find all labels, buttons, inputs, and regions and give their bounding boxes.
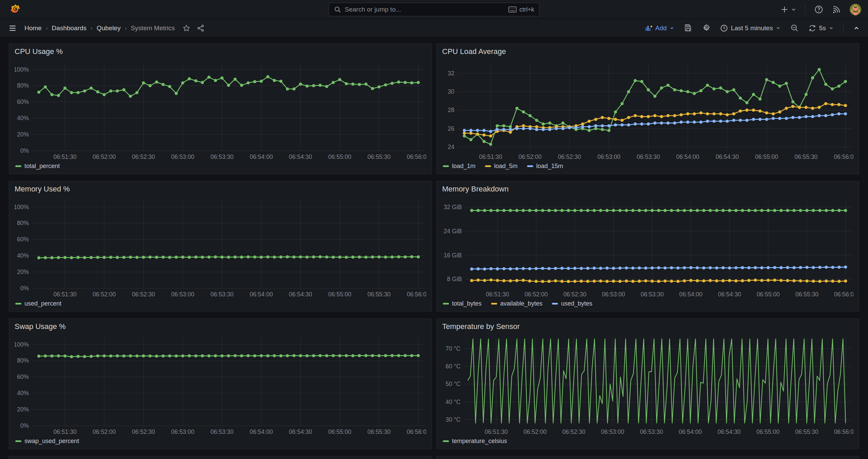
help-button[interactable] xyxy=(814,5,823,14)
collapse-icon[interactable] xyxy=(853,25,860,32)
cpu-load-chart[interactable]: 242628303206:51:3006:52:0006:52:3006:53:… xyxy=(442,59,853,161)
swap-usage-chart[interactable]: 0%20%40%60%80%100%06:51:3006:52:0006:52:… xyxy=(15,334,426,436)
new-menu-button[interactable] xyxy=(780,5,796,14)
chevron-down-icon xyxy=(829,25,834,31)
svg-text:06:53:00: 06:53:00 xyxy=(171,291,194,298)
svg-text:06:51:30: 06:51:30 xyxy=(486,291,509,298)
legend-item[interactable]: load_5m xyxy=(485,163,518,170)
svg-text:28: 28 xyxy=(448,107,454,113)
svg-text:06:53:30: 06:53:30 xyxy=(211,153,234,160)
svg-text:06:52:00: 06:52:00 xyxy=(93,291,116,298)
breadcrumb: Home › Dashboards › Qubeley › System Met… xyxy=(24,24,205,32)
legend-label: swap_used_percent xyxy=(24,438,79,445)
svg-text:40 °C: 40 °C xyxy=(446,399,460,405)
legend-item[interactable]: load_1m xyxy=(443,163,475,170)
svg-text:06:54:30: 06:54:30 xyxy=(718,428,741,435)
svg-text:06:53:30: 06:53:30 xyxy=(211,291,234,298)
refresh-picker[interactable]: 5s xyxy=(808,24,834,32)
breadcrumb-home[interactable]: Home xyxy=(24,24,42,32)
svg-text:06:54:30: 06:54:30 xyxy=(289,153,312,160)
menu-icon[interactable] xyxy=(8,24,17,33)
legend-label: load_15m xyxy=(536,163,563,170)
legend-label: available_bytes xyxy=(500,300,542,307)
svg-text:20%: 20% xyxy=(17,406,29,413)
legend-swatch xyxy=(485,165,491,167)
legend-swatch xyxy=(552,303,558,305)
svg-text:06:54:30: 06:54:30 xyxy=(718,291,741,298)
grafana-logo[interactable] xyxy=(9,3,21,16)
cpu-usage-chart[interactable]: 0%20%40%60%80%100%06:51:3006:52:0006:52:… xyxy=(15,59,426,161)
legend-item[interactable]: available_bytes xyxy=(491,300,542,307)
share-icon[interactable] xyxy=(197,24,205,32)
top-nav: ctrl+k xyxy=(0,0,868,19)
svg-text:8 GiB: 8 GiB xyxy=(447,276,462,282)
legend-swatch xyxy=(15,303,21,305)
svg-text:06:56:00: 06:56:00 xyxy=(834,291,853,298)
legend-item[interactable]: total_bytes xyxy=(443,300,482,307)
panel-title[interactable]: Memory Used % xyxy=(15,185,426,197)
svg-text:06:52:30: 06:52:30 xyxy=(558,153,581,160)
memory-breakdown-chart[interactable]: 8 GiB16 GiB24 GiB32 GiB06:51:3006:52:000… xyxy=(442,197,853,298)
svg-text:40%: 40% xyxy=(17,390,29,397)
memory-used-chart[interactable]: 0%20%40%60%80%100%06:51:3006:52:0006:52:… xyxy=(15,197,426,298)
svg-text:60%: 60% xyxy=(17,236,29,243)
legend-item[interactable]: temperature_celsius xyxy=(443,438,507,445)
panel-title[interactable]: Swap Usage % xyxy=(15,322,426,334)
legend-item[interactable]: used_bytes xyxy=(552,300,592,307)
settings-icon[interactable] xyxy=(702,24,710,32)
svg-text:06:55:00: 06:55:00 xyxy=(756,428,779,435)
svg-text:40%: 40% xyxy=(17,115,29,122)
svg-text:24 GiB: 24 GiB xyxy=(444,228,462,235)
svg-text:26: 26 xyxy=(448,125,454,132)
svg-text:06:51:30: 06:51:30 xyxy=(53,428,76,435)
svg-text:100%: 100% xyxy=(15,341,29,348)
svg-text:70 °C: 70 °C xyxy=(446,345,460,352)
breadcrumb-folder[interactable]: Qubeley xyxy=(96,24,121,32)
panel-legend: temperature_celsius xyxy=(442,436,853,446)
svg-text:06:52:30: 06:52:30 xyxy=(132,291,155,298)
news-button[interactable] xyxy=(832,5,841,14)
svg-text:32 GiB: 32 GiB xyxy=(444,204,462,210)
time-range-picker[interactable]: Last 5 minutes xyxy=(720,24,781,32)
zoom-out-icon[interactable] xyxy=(790,24,799,32)
svg-text:60%: 60% xyxy=(17,373,29,380)
star-icon[interactable] xyxy=(182,24,191,32)
legend-item[interactable]: load_15m xyxy=(527,163,563,170)
svg-text:06:51:30: 06:51:30 xyxy=(485,428,508,435)
legend-label: load_5m xyxy=(494,163,518,170)
panel-partial xyxy=(436,456,860,459)
legend-item[interactable]: swap_used_percent xyxy=(15,438,79,445)
svg-text:06:54:00: 06:54:00 xyxy=(250,153,273,160)
svg-text:06:54:00: 06:54:00 xyxy=(676,153,699,160)
breadcrumb-dashboards[interactable]: Dashboards xyxy=(52,24,86,32)
panel-title[interactable]: Memory Breakdown xyxy=(442,185,853,197)
svg-text:06:53:00: 06:53:00 xyxy=(597,153,620,160)
global-search[interactable]: ctrl+k xyxy=(329,3,539,16)
panel-title[interactable]: CPU Usage % xyxy=(15,47,426,59)
svg-text:40%: 40% xyxy=(17,252,29,259)
time-range-label: Last 5 minutes xyxy=(731,24,773,32)
legend-label: total_percent xyxy=(24,163,60,170)
panel-title[interactable]: Temperature by Sensor xyxy=(442,322,853,334)
panel-cpu-usage: CPU Usage % 0%20%40%60%80%100%06:51:3006… xyxy=(9,43,432,174)
legend-label: used_percent xyxy=(24,300,61,307)
panel-title[interactable]: CPU Load Average xyxy=(442,47,853,59)
panel-temperature: Temperature by Sensor 30 °C40 °C50 °C60 … xyxy=(436,318,859,449)
clock-icon xyxy=(720,24,728,32)
legend-item[interactable]: used_percent xyxy=(15,300,61,307)
svg-text:06:52:00: 06:52:00 xyxy=(93,428,116,435)
legend-item[interactable]: total_percent xyxy=(15,163,60,170)
temperature-chart[interactable]: 30 °C40 °C50 °C60 °C70 °C06:51:3006:52:0… xyxy=(442,334,853,436)
svg-text:06:53:30: 06:53:30 xyxy=(640,291,664,298)
search-input[interactable] xyxy=(345,6,505,13)
svg-text:06:56:00: 06:56:00 xyxy=(834,153,853,160)
add-panel-button[interactable]: Add xyxy=(645,24,675,32)
save-icon[interactable] xyxy=(684,24,692,32)
svg-text:06:51:30: 06:51:30 xyxy=(479,153,502,160)
breadcrumb-dashboard-title: System Metrics xyxy=(131,24,175,32)
avatar[interactable] xyxy=(850,4,861,15)
dashboard-toolbar: Home › Dashboards › Qubeley › System Met… xyxy=(0,19,868,37)
svg-text:06:55:00: 06:55:00 xyxy=(328,428,351,435)
svg-text:60 °C: 60 °C xyxy=(446,363,460,370)
svg-text:80%: 80% xyxy=(17,82,29,89)
